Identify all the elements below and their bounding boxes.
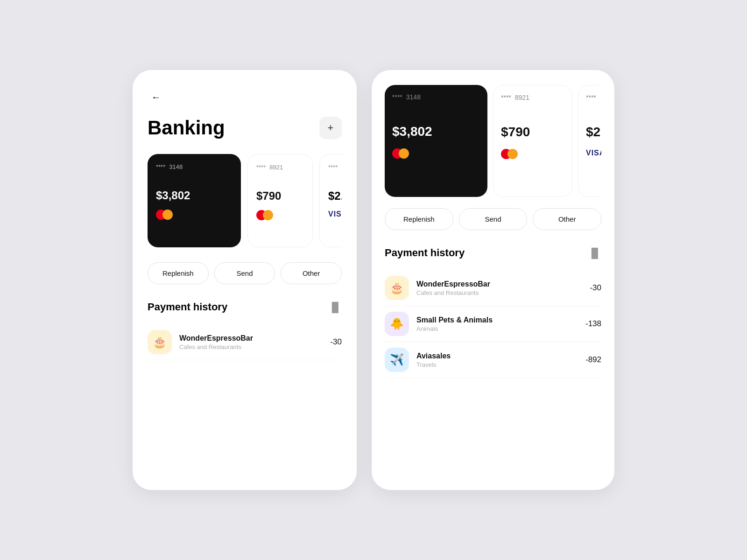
right-actions-row: Replenish Send Other [385,208,601,230]
right-category-coffee: Cafes and Restaurants [416,289,582,296]
right-amount-travel: -892 [585,355,601,364]
card-mask: **** [156,163,165,170]
right-payment-history-header: Payment history ▐▌ [385,247,601,259]
left-phone-frame: ← Banking + **** 3148 $3,802 [133,70,357,490]
r-visa-logo: VISA [586,149,601,157]
right-name-coffee: WonderEspressoBar [416,280,582,288]
chart-icon[interactable]: ▐▌ [329,302,342,313]
card-light-8921[interactable]: **** 8921 $790 [247,154,313,247]
right-replenish-button[interactable]: Replenish [385,208,453,230]
right-chart-icon[interactable]: ▐▌ [588,248,601,259]
payment-avatar-coffee: 🎂 [148,330,172,354]
payment-info-coffee: WonderEspressoBar Cafes and Restaurants [179,334,323,350]
right-avatar-travel: ✈️ [385,348,409,372]
payment-category-coffee: Cafes and Restaurants [179,343,323,350]
back-button[interactable]: ← [148,89,164,105]
right-info-pets: Small Pets & Animals Animals [416,316,578,332]
right-payment-travel: ✈️ Aviasales Travels -892 [385,342,601,378]
r-card-last4-2: 8921 [515,94,529,101]
right-avatar-coffee: 🎂 [385,276,409,300]
replenish-button[interactable]: Replenish [148,262,209,284]
r-card-amount-partial: $2,5 [586,125,601,140]
card-mask-3: **** [328,164,338,171]
right-payment-coffee: 🎂 WonderEspressoBar Cafes and Restaurant… [385,270,601,306]
payment-history-title: Payment history [148,301,227,313]
card-amount: $3,802 [156,189,233,202]
right-amount-coffee: -30 [590,283,601,293]
r-mastercard-icon [392,148,480,159]
payment-amount-coffee: -30 [330,337,342,347]
cards-row: **** 3148 $3,802 **** 8921 $790 [148,154,342,247]
r-card-mask-2: **** [501,94,511,101]
card-mask-2: **** [256,164,266,171]
payment-name-coffee: WonderEspressoBar [179,334,323,343]
right-payment-pets: 🐥 Small Pets & Animals Animals -138 [385,306,601,342]
r-card-mask: **** [392,93,402,101]
r-mc-yellow-2 [507,149,518,159]
right-card-light[interactable]: **** 8921 $790 [493,85,572,197]
header-row: Banking + [148,117,342,139]
right-category-pets: Animals [416,325,578,332]
actions-row: Replenish Send Other [148,262,342,284]
add-button[interactable]: + [319,117,342,139]
card-dark-3148[interactable]: **** 3148 $3,802 [148,154,241,247]
card-amount-2: $790 [256,189,304,203]
visa-logo: VISA [328,210,342,218]
right-other-button[interactable]: Other [533,208,601,230]
right-info-coffee: WonderEspressoBar Cafes and Restaurants [416,280,582,296]
right-card-number-light: **** 8921 [501,94,564,101]
card-last4: 3148 [169,163,183,170]
right-avatar-pets: 🐥 [385,312,409,336]
card-last4-2: 8921 [269,164,283,171]
r-card-last4: 3148 [406,93,421,101]
right-phone-frame: **** 3148 $3,802 **** 8921 $790 [372,70,614,490]
screen-container: ← Banking + **** 3148 $3,802 [0,51,747,509]
mc-yellow-circle-2 [263,210,273,220]
r-mc-yellow [399,148,409,159]
r-card-mask-3: **** [586,94,596,101]
send-button[interactable]: Send [214,262,275,284]
right-send-button[interactable]: Send [459,208,528,230]
card-partial[interactable]: **** $2,5 VISA [319,154,342,247]
other-button[interactable]: Other [281,262,342,284]
mc-yellow-circle [162,210,173,220]
r-card-amount-dark: $3,802 [392,124,480,139]
right-card-number-partial: **** [586,94,601,101]
right-card-number-dark: **** 3148 [392,93,480,101]
card-number-row-2: **** 8921 [256,164,304,171]
mastercard-icon-2 [256,210,304,220]
right-payment-history-title: Payment history [385,247,465,259]
right-cards-section: **** 3148 $3,802 **** 8921 $790 [385,85,601,197]
back-arrow-icon: ← [151,92,161,103]
right-card-dark[interactable]: **** 3148 $3,802 [385,85,487,197]
payment-item-coffee: 🎂 WonderEspressoBar Cafes and Restaurant… [148,324,342,360]
page-title: Banking [148,117,225,139]
right-name-pets: Small Pets & Animals [416,316,578,324]
r-mastercard-icon-2 [501,149,564,159]
card-number-row-3: **** [328,164,342,171]
right-cards-row: **** 3148 $3,802 **** 8921 $790 [385,85,601,197]
card-amount-3: $2,5 [328,189,342,203]
card-number-row: **** 3148 [156,163,233,170]
mastercard-icon [156,210,233,220]
right-name-travel: Aviasales [416,352,578,360]
r-card-amount-light: $790 [501,125,564,140]
payment-history-header: Payment history ▐▌ [148,301,342,313]
right-card-partial[interactable]: **** $2,5 VISA [578,85,601,197]
right-category-travel: Travels [416,361,578,368]
plus-icon: + [328,122,334,134]
right-info-travel: Aviasales Travels [416,352,578,368]
right-amount-pets: -138 [585,319,601,329]
